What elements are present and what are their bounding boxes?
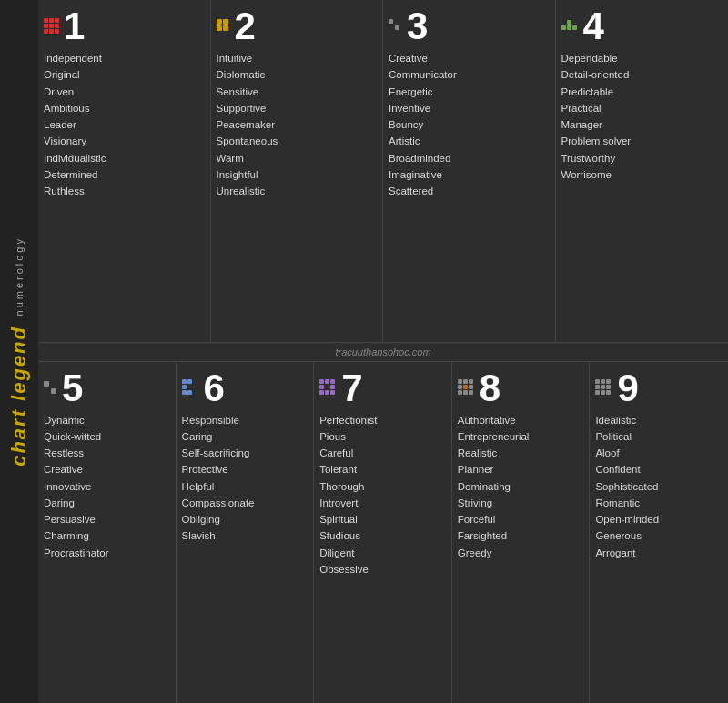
trait: Spontaneous: [217, 134, 374, 149]
number-1-header: 1: [44, 7, 201, 45]
number-2-icon: [217, 19, 231, 34]
trait: Striving: [458, 496, 581, 511]
number-4-icon: [561, 20, 580, 33]
trait: Leader: [44, 117, 201, 133]
bottom-half: 5 Dynamic Quick-witted Restless Creative…: [38, 362, 728, 704]
number-5-icon: [44, 381, 58, 396]
trait: Manager: [561, 117, 720, 133]
number-6-label: 6: [204, 369, 225, 407]
trait: Restless: [44, 446, 167, 461]
trait: Idealistic: [595, 413, 719, 428]
trait: Political: [595, 429, 719, 445]
trait: Bouncy: [389, 117, 546, 133]
number-cell-6: 6 Responsible Caring Self-sacrificing Pr…: [177, 362, 315, 704]
trait: Caring: [182, 429, 305, 445]
trait: Self-sacrificing: [182, 446, 305, 461]
trait: Slavish: [182, 528, 305, 544]
trait: Trustworthy: [561, 151, 720, 166]
trait: Forceful: [458, 512, 581, 527]
number-cell-4: 4 Dependable Detail-oriented Predictable…: [556, 0, 729, 342]
trait: Intuitive: [217, 51, 374, 66]
trait: Quick-witted: [44, 429, 167, 445]
trait: Energetic: [389, 85, 546, 100]
number-8-header: 8: [458, 369, 581, 407]
trait: Compassionate: [182, 496, 305, 511]
trait: Responsible: [182, 413, 305, 428]
number-4-traits: Dependable Detail-oriented Predictable P…: [561, 51, 720, 183]
trait: Sophisticated: [595, 479, 719, 495]
trait: Romantic: [595, 496, 719, 511]
trait: Creative: [389, 51, 546, 66]
trait: Inventive: [389, 101, 546, 116]
trait: Authoritative: [458, 413, 581, 428]
trait: Diligent: [319, 546, 442, 561]
number-9-icon: [595, 379, 613, 397]
number-cell-9: 9 Idealistic Political Aloof Confident S…: [590, 362, 728, 704]
number-8-label: 8: [480, 369, 500, 407]
trait: Arrogant: [595, 546, 719, 561]
number-5-label: 5: [62, 369, 83, 407]
number-2-traits: Intuitive Diplomatic Sensitive Supportiv…: [217, 51, 374, 199]
trait: Perfectionist: [319, 413, 442, 428]
trait: Thorough: [319, 479, 442, 495]
trait: Obliging: [182, 512, 305, 527]
trait: Persuasive: [44, 512, 167, 527]
number-9-traits: Idealistic Political Aloof Confident Sop…: [595, 413, 719, 561]
number-5-traits: Dynamic Quick-witted Restless Creative I…: [44, 413, 167, 561]
trait: Open-minded: [595, 512, 719, 527]
trait: Ruthless: [44, 184, 201, 199]
trait: Realistic: [458, 446, 581, 461]
number-cell-7: 7 Perfectionist Pious Careful Tolerant T…: [314, 362, 452, 704]
number-4-label: 4: [583, 7, 604, 45]
trait: Careful: [319, 446, 442, 461]
trait: Problem solver: [561, 134, 720, 149]
trait: Farsighted: [458, 528, 581, 544]
trait: Introvert: [319, 496, 442, 511]
trait: Innovative: [44, 479, 167, 495]
number-1-traits: Independent Original Driven Ambitious Le…: [44, 51, 201, 199]
number-6-icon: [182, 379, 200, 397]
trait: Dynamic: [44, 413, 167, 428]
trait: Artistic: [389, 134, 546, 149]
number-3-label: 3: [407, 7, 428, 45]
trait: Confident: [595, 462, 719, 477]
trait: Entrepreneurial: [458, 429, 581, 445]
trait: Helpful: [182, 479, 305, 495]
number-7-label: 7: [341, 369, 362, 407]
number-1-icon: [44, 18, 60, 35]
trait: Worrisome: [561, 167, 720, 183]
number-3-header: 3: [389, 7, 546, 45]
trait: Generous: [595, 528, 719, 544]
trait: Broadminded: [389, 151, 546, 166]
sidebar-numerology-label: numerology: [14, 236, 25, 316]
chart-container: numerology chart legend: [0, 0, 728, 703]
number-4-header: 4: [561, 7, 720, 45]
trait: Unrealistic: [217, 184, 374, 199]
trait: Scattered: [389, 184, 546, 199]
number-3-icon: [389, 19, 403, 34]
top-half: 1 Independent Original Driven Ambitious …: [38, 0, 728, 343]
trait: Aloof: [595, 446, 719, 461]
trait: Tolerant: [319, 462, 442, 477]
number-cell-1: 1 Independent Original Driven Ambitious …: [38, 0, 211, 342]
trait: Driven: [44, 85, 201, 100]
trait: Supportive: [217, 101, 374, 116]
trait: Studious: [319, 528, 442, 544]
number-5-header: 5: [44, 369, 167, 407]
number-7-header: 7: [319, 369, 442, 407]
number-9-header: 9: [595, 369, 719, 407]
trait: Creative: [44, 462, 167, 477]
number-2-label: 2: [235, 7, 256, 45]
trait: Imaginative: [389, 167, 546, 183]
trait: Diplomatic: [217, 67, 374, 83]
number-8-icon: [458, 379, 476, 397]
number-1-label: 1: [64, 7, 85, 45]
trait: Dependable: [561, 51, 720, 66]
number-9-label: 9: [617, 369, 638, 407]
trait: Predictable: [561, 85, 720, 100]
main-content: 1 Independent Original Driven Ambitious …: [38, 0, 728, 703]
number-7-traits: Perfectionist Pious Careful Tolerant Tho…: [319, 413, 442, 578]
number-6-traits: Responsible Caring Self-sacrificing Prot…: [182, 413, 305, 545]
trait: Sensitive: [217, 85, 374, 100]
trait: Planner: [458, 462, 581, 477]
